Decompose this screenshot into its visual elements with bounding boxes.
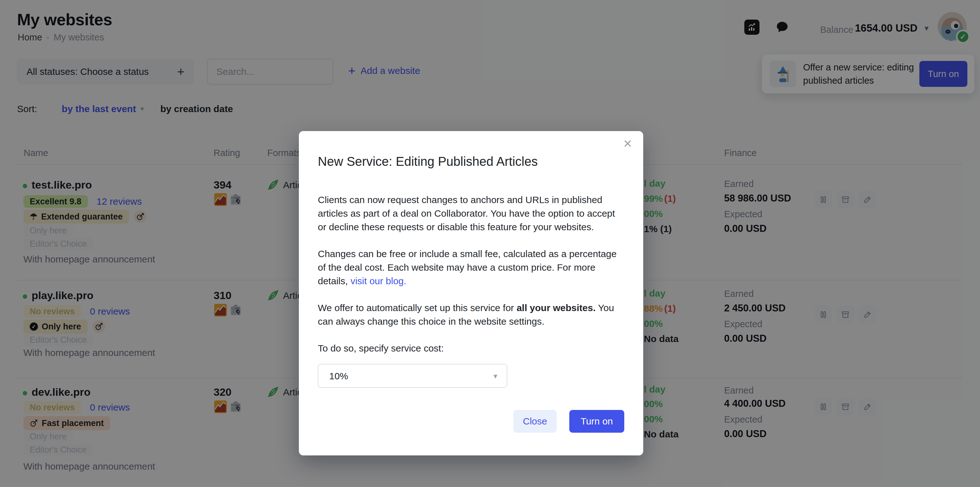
modal-paragraph-1: Clients can now request changes to ancho… xyxy=(318,193,625,234)
modal-turn-on-button[interactable]: Turn on xyxy=(569,410,624,433)
modal-paragraph-2: Changes can be free or include a small f… xyxy=(318,247,625,288)
my-websites-page: My websites Home•My websites Balance 165… xyxy=(0,0,980,487)
service-cost-label: To do so, specify service cost: xyxy=(318,341,625,355)
select-caret-icon: ▾ xyxy=(493,369,497,383)
service-cost-value: 10% xyxy=(329,369,348,383)
modal-paragraph-3: We offer to automatically set up this se… xyxy=(318,301,625,328)
modal-title: New Service: Editing Published Articles xyxy=(318,154,538,169)
blog-link[interactable]: visit our blog. xyxy=(350,276,406,286)
service-cost-select[interactable]: 10% ▾ xyxy=(318,364,508,388)
modal-close-button[interactable]: × xyxy=(623,136,632,151)
modal-close-action-button[interactable]: Close xyxy=(513,410,557,433)
close-icon: × xyxy=(623,135,632,152)
modal-body: Clients can now request changes to ancho… xyxy=(318,193,625,388)
modal-footer: Close Turn on xyxy=(513,410,624,433)
new-service-modal: × New Service: Editing Published Article… xyxy=(299,131,643,455)
